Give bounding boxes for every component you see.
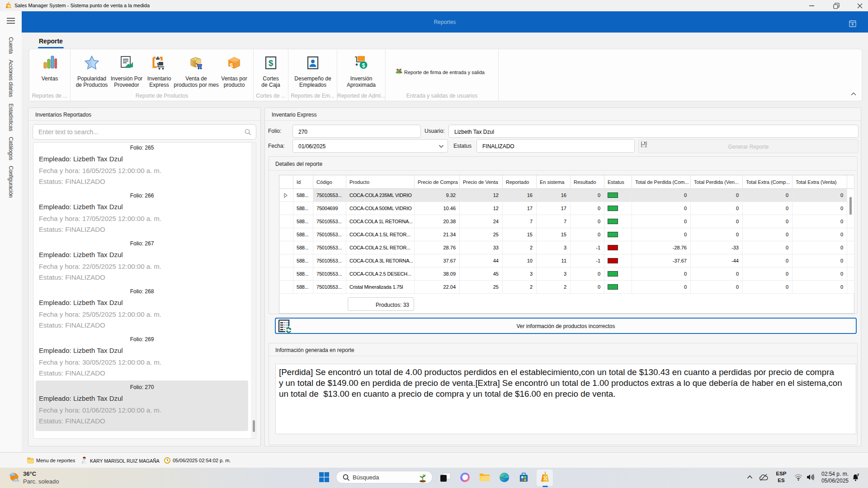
svg-text:%: % bbox=[7, 4, 10, 8]
svg-text:$: $ bbox=[269, 58, 274, 68]
svg-text:$: $ bbox=[230, 62, 233, 69]
svg-text:$: $ bbox=[362, 62, 365, 69]
